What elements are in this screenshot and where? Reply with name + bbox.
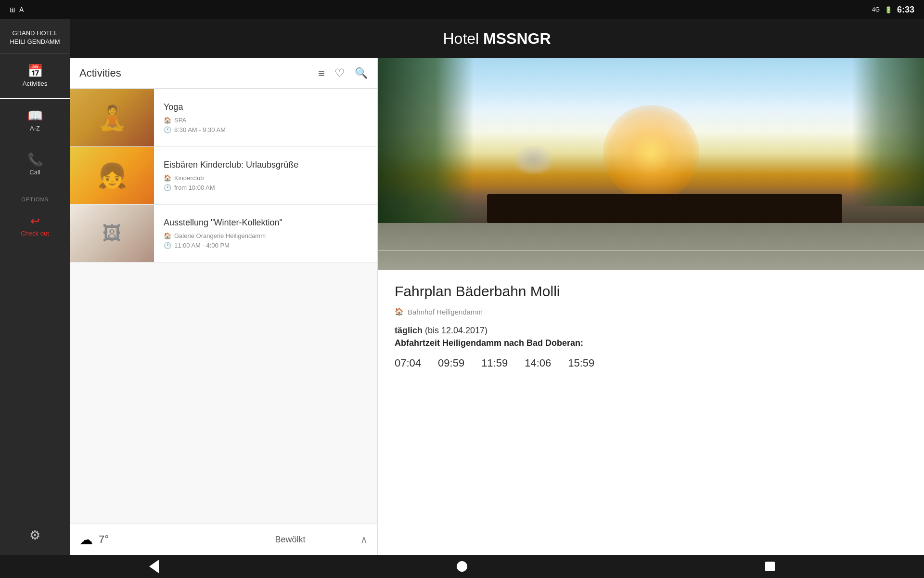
activity-name-ausstellung: Ausstellung "Winter-Kollektion" xyxy=(164,218,368,228)
hotel-name: GRAND HOTEL HEILI GENDAMM xyxy=(0,24,70,54)
activity-name-kinderclub: Eisbären Kinderclub: Urlaubsgrüße xyxy=(164,160,368,170)
sidebar-item-checkout[interactable]: ↩ Check out xyxy=(0,205,70,248)
activities-panel-title: Activities xyxy=(79,67,318,79)
house-icon-kinderclub: 🏠 xyxy=(164,174,171,182)
bottom-nav xyxy=(0,555,924,578)
app-icon-1: ⊞ xyxy=(10,6,15,13)
nav-back-button[interactable] xyxy=(143,556,165,578)
detail-panel: Fahrplan Bäderbahn Molli 🏠 Bahnhof Heili… xyxy=(378,58,924,555)
schedule-note-text: (bis 12.04.2017) xyxy=(425,326,488,335)
app-icon-2: A xyxy=(19,6,24,13)
activity-list: 🧘 Yoga 🏠 SPA 🕐 8:30 AM - 9:30 AM xyxy=(70,89,377,524)
app-header: Hotel MSSNGR xyxy=(70,19,924,58)
sidebar-label-activities: Activities xyxy=(23,80,47,87)
activity-meta-kinderclub-category: 🏠 Kinderclub xyxy=(164,174,368,182)
schedule-time-3: 14:06 xyxy=(525,357,551,369)
kids-thumb-placeholder: 👧 xyxy=(97,162,127,190)
filter-icon[interactable]: ≡ xyxy=(318,66,325,80)
activity-time-ausstellung: 11:00 AM - 4:00 PM xyxy=(174,242,230,249)
header-title-normal: Hotel xyxy=(443,30,483,47)
header-title-bold: MSSNGR xyxy=(483,30,551,47)
activities-header: Activities ≡ ♡ 🔍 xyxy=(70,58,377,89)
detail-image-scene xyxy=(378,58,924,270)
train-smoke xyxy=(514,145,553,174)
tree-right-overlay xyxy=(852,58,924,206)
gallery-thumb-placeholder: 🖼 xyxy=(103,223,122,244)
detail-title: Fahrplan Bäderbahn Molli xyxy=(395,283,907,300)
sidebar-item-az[interactable]: 📖 A-Z xyxy=(0,99,70,143)
activity-item-kinderclub[interactable]: 👧 Eisbären Kinderclub: Urlaubsgrüße 🏠 Ki… xyxy=(70,147,377,205)
call-icon: 📞 xyxy=(27,153,43,166)
schedule-time-1: 09:59 xyxy=(438,357,464,369)
sidebar-label-az: A-Z xyxy=(30,125,40,132)
checkout-icon: ↩ xyxy=(30,215,40,227)
activity-meta-kinderclub-time: 🕐 from 10:00 AM xyxy=(164,184,368,191)
schedule-label-bold: täglich xyxy=(395,326,423,335)
house-icon-yoga: 🏠 xyxy=(164,117,171,124)
train-body xyxy=(487,194,842,223)
weather-info: ☁ 7° xyxy=(79,532,220,548)
recent-square-icon xyxy=(765,562,775,571)
activity-thumb-yoga: 🧘 xyxy=(70,89,154,146)
network-icon: 4G xyxy=(872,6,880,13)
activity-category-yoga: SPA xyxy=(174,117,186,124)
activity-meta-ausstellung-category: 🏠 Galerie Orangerie Heiligendamm xyxy=(164,232,368,239)
activity-time-kinderclub: from 10:00 AM xyxy=(174,184,215,191)
activity-category-kinderclub: Kinderclub xyxy=(174,174,204,182)
detail-image xyxy=(378,58,924,270)
weather-expand-button[interactable]: ∧ xyxy=(360,534,368,545)
settings-icon: ⚙ xyxy=(29,528,40,543)
weather-bar: ☁ 7° Bewölkt ∧ xyxy=(70,524,377,555)
activity-category-ausstellung: Galerie Orangerie Heiligendamm xyxy=(174,232,266,239)
weather-temperature: 7° xyxy=(99,533,109,546)
activity-thumb-kids: 👧 xyxy=(70,147,154,204)
house-icon-ausstellung: 🏠 xyxy=(164,232,171,239)
sidebar-divider xyxy=(7,189,63,189)
schedule-time-0: 07:04 xyxy=(395,357,421,369)
sun-glow xyxy=(603,105,699,201)
schedule-times: 07:04 09:59 11:59 14:06 15:59 xyxy=(395,357,907,369)
sidebar-item-call[interactable]: 📞 Call xyxy=(0,143,70,186)
content-area: Hotel MSSNGR Activities ≡ ♡ 🔍 xyxy=(70,19,924,555)
activity-time-yoga: 8:30 AM - 9:30 AM xyxy=(174,126,226,133)
weather-description: Bewölkt xyxy=(220,535,360,545)
battery-icon: 🔋 xyxy=(885,6,892,13)
road xyxy=(378,223,924,270)
status-bar-left: ⊞ A xyxy=(10,6,24,13)
back-triangle-icon xyxy=(149,560,159,573)
app-container: GRAND HOTEL HEILI GENDAMM 📅 Activities 📖… xyxy=(0,19,924,555)
clock-icon-yoga: 🕐 xyxy=(164,126,171,133)
detail-content: Fahrplan Bäderbahn Molli 🏠 Bahnhof Heili… xyxy=(378,270,924,555)
favorite-icon[interactable]: ♡ xyxy=(334,66,345,80)
activity-info-yoga: Yoga 🏠 SPA 🕐 8:30 AM - 9:30 AM xyxy=(154,89,377,146)
sidebar-label-call: Call xyxy=(29,169,40,176)
header-actions: ≡ ♡ 🔍 xyxy=(318,66,368,80)
location-house-icon: 🏠 xyxy=(395,307,404,316)
activity-info-kinderclub: Eisbären Kinderclub: Urlaubsgrüße 🏠 Kind… xyxy=(154,147,377,204)
yoga-thumb-placeholder: 🧘 xyxy=(97,104,127,132)
weather-cloud-icon: ☁ xyxy=(79,532,93,548)
detail-departure-title: Abfahrtzeit Heiligendamm nach Bad Dobera… xyxy=(395,338,907,348)
az-icon: 📖 xyxy=(27,109,43,122)
main-split: Activities ≡ ♡ 🔍 🧘 xyxy=(70,58,924,555)
checkout-label: Check out xyxy=(21,230,49,237)
status-time: 6:33 xyxy=(897,5,914,15)
sidebar-item-activities[interactable]: 📅 Activities xyxy=(0,54,70,99)
nav-home-button[interactable] xyxy=(451,556,473,578)
schedule-time-2: 11:59 xyxy=(481,357,508,369)
clock-icon-ausstellung: 🕐 xyxy=(164,242,171,249)
detail-location-text: Bahnhof Heiligendamm xyxy=(408,308,483,316)
search-icon[interactable]: 🔍 xyxy=(355,67,368,79)
activity-meta-ausstellung-time: 🕐 11:00 AM - 4:00 PM xyxy=(164,242,368,249)
sidebar-item-settings[interactable]: ⚙ xyxy=(29,521,40,550)
activity-thumb-gallery: 🖼 xyxy=(70,205,154,262)
activity-meta-yoga-category: 🏠 SPA xyxy=(164,117,368,124)
clock-icon-kinderclub: 🕐 xyxy=(164,184,171,191)
activity-name-yoga: Yoga xyxy=(164,102,368,112)
home-circle-icon xyxy=(457,561,467,572)
detail-location: 🏠 Bahnhof Heiligendamm xyxy=(395,307,907,316)
activity-meta-yoga-time: 🕐 8:30 AM - 9:30 AM xyxy=(164,126,368,133)
activity-item-ausstellung[interactable]: 🖼 Ausstellung "Winter-Kollektion" 🏠 Gale… xyxy=(70,205,377,263)
nav-recent-button[interactable] xyxy=(759,556,781,578)
activity-item-yoga[interactable]: 🧘 Yoga 🏠 SPA 🕐 8:30 AM - 9:30 AM xyxy=(70,89,377,147)
